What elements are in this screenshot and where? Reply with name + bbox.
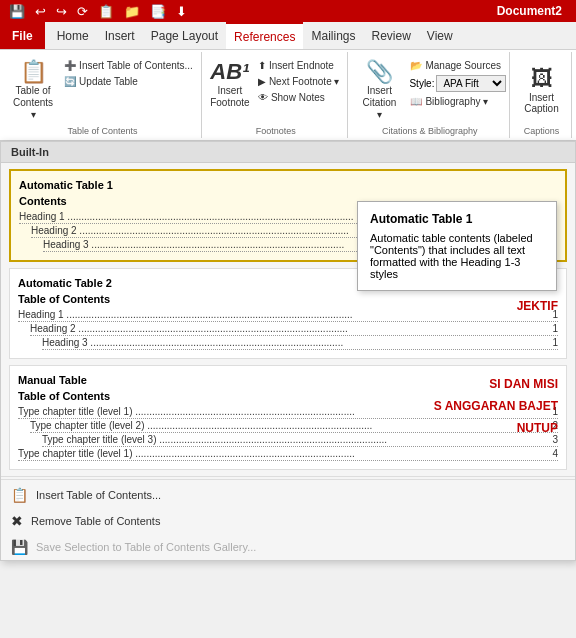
auto-table-2-row-3: Heading 3 ..............................…: [42, 336, 558, 350]
next-footnote-button[interactable]: ▶ Next Footnote ▾: [254, 74, 344, 89]
show-notes-button[interactable]: 👁 Show Notes: [254, 90, 344, 105]
manual-table-row-4: Type chapter title (level 1) ...........…: [18, 447, 558, 461]
caption-icon: 🖼: [531, 66, 553, 92]
insert-menu[interactable]: Insert: [97, 22, 143, 49]
add-text-icon: ➕: [64, 60, 76, 71]
captions-group-label: Captions: [516, 124, 567, 136]
redo-icon[interactable]: ↪: [53, 4, 70, 19]
doc-icon[interactable]: 📑: [147, 4, 169, 19]
toc-dropdown: Built-In Automatic Table 1 Contents Head…: [0, 141, 576, 561]
add-text-button[interactable]: ➕ Insert Table of Contents...: [60, 58, 197, 73]
next-fn-icon: ▶: [258, 76, 266, 87]
view-menu[interactable]: View: [419, 22, 461, 49]
tooltip-description: Automatic table contents (labeled "Conte…: [370, 232, 544, 280]
copy-icon[interactable]: 📋: [95, 4, 117, 19]
update-table-button[interactable]: 🔄 Update Table: [60, 74, 197, 89]
save-icon[interactable]: 💾: [6, 4, 28, 19]
manual-table-row-3: Type chapter title (level 3) ...........…: [42, 433, 558, 447]
toc-group-label: Table of Contents: [8, 124, 197, 136]
next-footnote-label: Next Footnote ▾: [269, 76, 340, 87]
mailings-menu[interactable]: Mailings: [303, 22, 363, 49]
save-gallery-action: 💾 Save Selection to Table of Contents Ga…: [1, 534, 575, 560]
manual-table-row-2: Type chapter title (level 2) ...........…: [30, 419, 558, 433]
footer-actions: 📋 Insert Table of Contents... ✖ Remove T…: [1, 476, 575, 560]
quick-access-toolbar: 💾 ↩ ↪ ⟳ 📋 📁 📑 ⬇ Document2: [0, 0, 576, 22]
manage-sources-button[interactable]: 📂 Manage Sources: [406, 58, 509, 73]
insert-footnote-label: InsertFootnote: [210, 85, 249, 109]
citations-group-label: Citations & Bibliography: [354, 124, 505, 136]
bibliography-button[interactable]: 📖 Bibliography ▾: [406, 94, 509, 109]
insert-citation-button[interactable]: 📎 InsertCitation ▾: [354, 56, 404, 124]
footnote-icon: AB¹: [210, 59, 249, 85]
footnotes-group-label: Footnotes: [208, 124, 344, 136]
table-of-contents-group: 📋 Table ofContents ▾ ➕ Insert Table of C…: [4, 52, 202, 138]
remove-toc-label: Remove Table of Contents: [31, 515, 160, 527]
bibliography-label: Bibliography ▾: [425, 96, 488, 107]
citation-icon: 📎: [366, 59, 393, 85]
captions-group: 🖼 InsertCaption Captions: [512, 52, 572, 138]
auto-table-1-item[interactable]: Automatic Table 1 Contents Heading 1 ...…: [9, 169, 567, 262]
endnote-icon: ⬆: [258, 60, 266, 71]
bibliography-icon: 📖: [410, 96, 422, 107]
update-table-label: Update Table: [79, 76, 138, 87]
toc-icon: 📋: [20, 59, 47, 85]
add-text-label: Insert Table of Contents...: [79, 60, 193, 71]
manual-table-content-label: Table of Contents: [18, 390, 558, 402]
file-menu[interactable]: File: [0, 22, 45, 49]
auto-table-1-tooltip: Automatic Table 1 Automatic table conten…: [357, 201, 557, 291]
insert-toc-icon: 📋: [11, 487, 28, 503]
tooltip-title: Automatic Table 1: [370, 212, 544, 226]
remove-toc-action[interactable]: ✖ Remove Table of Contents: [1, 508, 575, 534]
save-gallery-icon: 💾: [11, 539, 28, 555]
footnotes-group: AB¹ InsertFootnote ⬆ Insert Endnote ▶ Ne…: [204, 52, 349, 138]
toc-label: Table ofContents ▾: [13, 85, 53, 121]
auto-table-2-row-2: Heading 2 ..............................…: [30, 322, 558, 336]
style-select[interactable]: APA Fift: [436, 75, 506, 92]
manage-sources-label: Manage Sources: [425, 60, 501, 71]
insert-caption-label: InsertCaption: [524, 92, 558, 114]
insert-citation-label: InsertCitation ▾: [359, 85, 399, 121]
show-notes-label: Show Notes: [271, 92, 325, 103]
table-of-contents-button[interactable]: 📋 Table ofContents ▾: [8, 56, 58, 124]
manual-table-title: Manual Table: [18, 374, 558, 386]
home-menu[interactable]: Home: [49, 22, 97, 49]
insert-toc-action[interactable]: 📋 Insert Table of Contents...: [1, 482, 575, 508]
dropdown-header: Built-In: [1, 142, 575, 163]
open-icon[interactable]: 📁: [121, 4, 143, 19]
show-notes-icon: 👁: [258, 92, 268, 103]
insert-toc-label: Insert Table of Contents...: [36, 489, 161, 501]
save-gallery-label: Save Selection to Table of Contents Gall…: [36, 541, 256, 553]
insert-footnote-button[interactable]: AB¹ InsertFootnote: [208, 56, 252, 112]
references-menu[interactable]: References: [226, 22, 303, 49]
auto-table-1-title: Automatic Table 1: [19, 179, 557, 191]
insert-endnote-button[interactable]: ⬆ Insert Endnote: [254, 58, 344, 73]
manual-table-item[interactable]: Manual Table Table of Contents Type chap…: [9, 365, 567, 470]
refresh-icon[interactable]: ⟳: [74, 4, 91, 19]
review-menu[interactable]: Review: [363, 22, 418, 49]
update-icon: 🔄: [64, 76, 76, 87]
down-icon[interactable]: ⬇: [173, 4, 190, 19]
document-title: Document2: [489, 0, 570, 22]
auto-table-2-content-label: Table of Contents: [18, 293, 558, 305]
citations-group: 📎 InsertCitation ▾ 📂 Manage Sources Styl…: [350, 52, 510, 138]
manage-icon: 📂: [410, 60, 422, 71]
ribbon: 📋 Table ofContents ▾ ➕ Insert Table of C…: [0, 50, 576, 141]
style-label: Style:: [409, 78, 434, 89]
auto-table-2-row-1: Heading 1 ..............................…: [18, 308, 558, 322]
manual-table-row-1: Type chapter title (level 1) ...........…: [18, 405, 558, 419]
page-layout-menu[interactable]: Page Layout: [143, 22, 226, 49]
insert-caption-button[interactable]: 🖼 InsertCaption: [516, 62, 566, 118]
remove-toc-icon: ✖: [11, 513, 23, 529]
insert-endnote-label: Insert Endnote: [269, 60, 334, 71]
menu-bar: File Home Insert Page Layout References …: [0, 22, 576, 50]
undo-icon[interactable]: ↩: [32, 4, 49, 19]
